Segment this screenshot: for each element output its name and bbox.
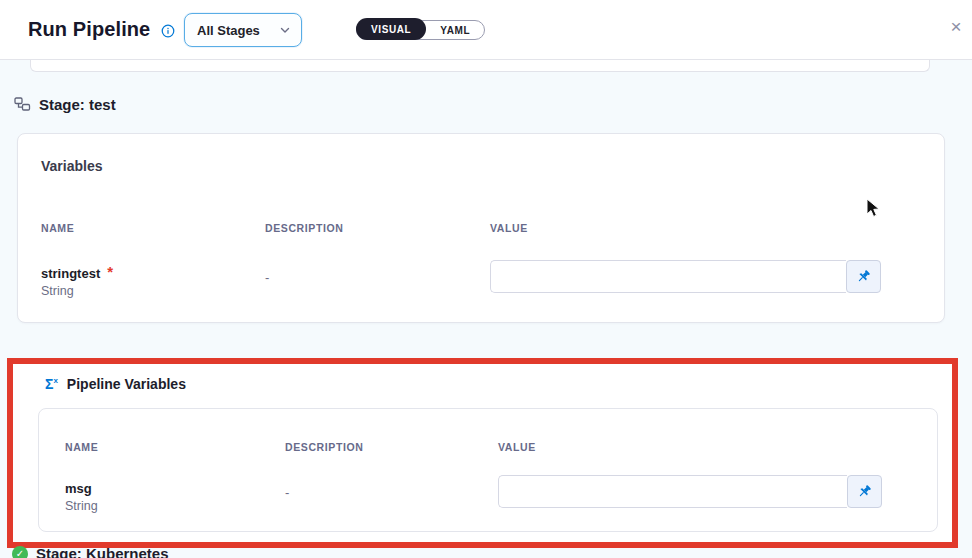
required-asterisk: *: [107, 266, 113, 278]
tab-yaml[interactable]: YAML: [426, 21, 484, 39]
table-row: msg String -: [65, 475, 919, 513]
success-check-icon: ✓: [12, 546, 28, 558]
variables-card-title: Variables: [41, 158, 103, 174]
variable-description: -: [265, 258, 490, 285]
scrolled-card-remnant: [30, 60, 930, 72]
dialog-header: Run Pipeline All Stages VISUAL YAML ×: [0, 0, 972, 60]
column-header-name: NAME: [41, 222, 265, 234]
info-icon[interactable]: [161, 24, 175, 38]
column-header-description: DESCRIPTION: [285, 441, 498, 453]
variable-value-cell: [498, 475, 919, 508]
stage-selector-dropdown[interactable]: All Stages: [184, 13, 302, 47]
column-header-value: VALUE: [490, 222, 924, 234]
column-header-name: NAME: [65, 441, 285, 453]
runtime-input-pin-button[interactable]: [847, 475, 882, 508]
variable-name: msg: [65, 481, 285, 496]
variables-column-headers: NAME DESCRIPTION VALUE: [41, 222, 924, 234]
page-title: Run Pipeline: [28, 18, 150, 41]
pipeline-variables-header: Σx Pipeline Variables: [45, 376, 186, 392]
stage-icon: [14, 96, 31, 113]
variable-value-cell: [490, 258, 924, 293]
table-row: stringtest * String -: [41, 258, 924, 298]
stage-variables-card: Variables NAME DESCRIPTION VALUE stringt…: [17, 133, 945, 323]
pipeline-variables-card: NAME DESCRIPTION VALUE msg String -: [38, 408, 938, 532]
variable-name-cell: stringtest * String: [41, 258, 265, 298]
stage-kubernetes-header: ✓ Stage: Kubernetes: [12, 545, 169, 558]
stage-selector-value: All Stages: [197, 23, 279, 38]
sigma-variables-icon: Σx: [45, 377, 58, 391]
runtime-input-pin-button[interactable]: [846, 260, 881, 293]
stage-test-label: Stage: test: [39, 96, 116, 113]
variable-type: String: [41, 284, 265, 298]
variable-name: stringtest: [41, 266, 100, 281]
variable-name-cell: msg String: [65, 475, 285, 513]
view-toggle: VISUAL YAML: [356, 20, 485, 40]
variable-description: -: [285, 475, 498, 500]
pipeline-variables-highlight: Σx Pipeline Variables NAME DESCRIPTION V…: [7, 358, 958, 548]
column-header-description: DESCRIPTION: [265, 222, 490, 234]
pipeline-variables-title: Pipeline Variables: [67, 376, 186, 392]
pin-icon: [857, 484, 872, 499]
run-pipeline-dialog: Run Pipeline All Stages VISUAL YAML × St…: [0, 0, 972, 558]
stringtest-value-input[interactable]: [490, 260, 846, 293]
variable-type: String: [65, 499, 285, 513]
stage-test-header: Stage: test: [14, 96, 116, 113]
msg-value-input[interactable]: [498, 475, 847, 508]
close-icon[interactable]: ×: [944, 15, 968, 39]
value-input-group: [498, 475, 882, 508]
column-header-value: VALUE: [498, 441, 919, 453]
pin-icon: [856, 269, 871, 284]
stage-kubernetes-label: Stage: Kubernetes: [36, 545, 169, 558]
chevron-down-icon: [279, 24, 291, 36]
value-input-group: [490, 260, 881, 293]
pipeline-variables-column-headers: NAME DESCRIPTION VALUE: [65, 441, 919, 453]
tab-visual[interactable]: VISUAL: [356, 18, 426, 40]
